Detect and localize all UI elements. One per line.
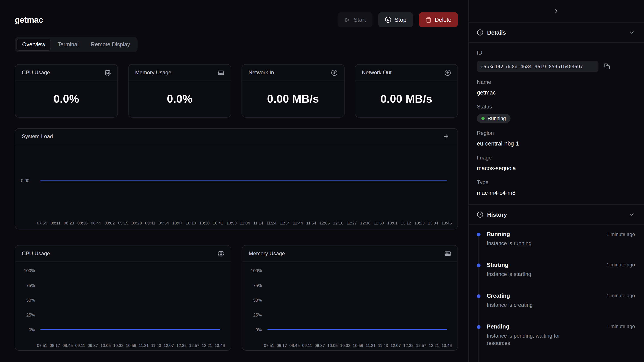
system-load-expand-button[interactable] <box>441 131 451 141</box>
region-value: eu-central-nbg-1 <box>477 140 635 148</box>
y-tick-label: 100% <box>242 267 262 274</box>
topbar: getmac Start Stop <box>15 13 458 27</box>
details-sidebar: Details ID e653d142-dc8d-4684-9619-8595f… <box>468 0 644 362</box>
x-tick-label: 07:51 <box>37 343 47 348</box>
chevron-down-icon <box>628 211 635 218</box>
history-item-description: Instance is creating <box>487 301 578 309</box>
memory-chart-x-axis: 07:5108:1708:4509:1109:3710:0510:3210:58… <box>264 343 452 348</box>
y-tick-label: 0% <box>15 326 35 333</box>
status-badge: Running <box>477 114 510 123</box>
x-tick-label: 11:43 <box>378 343 388 348</box>
tab-terminal[interactable]: Terminal <box>52 39 84 51</box>
y-tick-label: 25% <box>242 312 262 318</box>
x-tick-label: 09:37 <box>315 343 325 348</box>
x-tick-label: 12:50 <box>374 221 384 225</box>
x-tick-label: 08:49 <box>91 221 101 225</box>
x-tick-label: 13:21 <box>429 343 439 348</box>
tab-remote-display[interactable]: Remote Display <box>85 39 136 51</box>
x-tick-label: 11:21 <box>139 343 149 348</box>
x-tick-label: 11:43 <box>151 343 161 348</box>
history-item-time: 1 minute ago <box>606 231 635 237</box>
page-title: getmac <box>15 15 43 25</box>
instance-id-value[interactable]: e653d142-dc8d-4684-9619-8595fb403697 <box>477 61 598 72</box>
stat-cards-row: CPU Usage 0.0% Memory Usage 0.0% <box>15 64 458 118</box>
system-load-chart: 0.00 07:5908:1108:2308:3608:4909:0209:15… <box>15 144 458 229</box>
x-tick-label: 10:05 <box>100 343 110 348</box>
x-tick-label: 10:53 <box>226 221 237 225</box>
history-item-description: Instance is pending, waiting for resourc… <box>487 332 578 347</box>
tab-overview[interactable]: Overview <box>16 39 51 51</box>
name-value: getmac <box>477 89 635 97</box>
x-tick-label: 13:46 <box>214 343 225 348</box>
image-label: Image <box>477 154 635 161</box>
app: getmac Start Stop <box>0 0 644 362</box>
x-tick-label: 09:41 <box>145 221 155 225</box>
y-tick-label: 50% <box>15 297 35 303</box>
x-tick-label: 09:54 <box>159 221 169 225</box>
sidebar-collapse-button[interactable] <box>551 6 561 16</box>
x-tick-label: 11:04 <box>240 221 250 225</box>
history-item: Running 1 minute ago Instance is running <box>477 231 635 247</box>
x-tick-label: 13:46 <box>442 343 452 348</box>
x-tick-label: 07:51 <box>264 343 274 348</box>
x-tick-label: 12:57 <box>189 343 199 348</box>
cpu-usage-stat-card: CPU Usage 0.0% <box>15 64 118 118</box>
x-tick-label: 13:12 <box>401 221 411 225</box>
memory-usage-chart-card: Memory Usage 100%75%50%25%0% 07:5108:170… <box>242 245 458 351</box>
instance-actions: Start Stop Delete <box>338 13 458 27</box>
status-value: Running <box>488 116 506 121</box>
arrow-right-icon <box>443 133 450 140</box>
delete-button-label: Delete <box>435 17 452 23</box>
main-panel: getmac Start Stop <box>0 0 468 362</box>
status-dot-icon <box>481 117 485 120</box>
sidebar-top-bar <box>469 0 644 23</box>
x-tick-label: 09:11 <box>75 343 85 348</box>
arrow-down-circle-icon <box>331 69 338 76</box>
y-tick-label: 0% <box>242 326 262 333</box>
x-tick-label: 09:37 <box>88 343 98 348</box>
stat-card-title: Memory Usage <box>135 70 171 76</box>
chevron-down-icon <box>628 29 635 36</box>
network-out-stat-card: Network Out 0.00 MB/s <box>355 64 458 118</box>
copy-id-button[interactable] <box>604 63 610 70</box>
x-tick-label: 11:44 <box>293 221 303 225</box>
x-tick-label: 12:07 <box>390 343 401 348</box>
region-label: Region <box>477 130 635 137</box>
memory-chart-title: Memory Usage <box>249 250 285 257</box>
history-section-header[interactable]: History <box>469 205 644 225</box>
x-tick-label: 11:34 <box>280 221 290 225</box>
x-tick-label: 09:15 <box>118 221 128 225</box>
x-tick-label: 10:30 <box>199 221 210 225</box>
history-item: Creating 1 minute ago Instance is creati… <box>477 292 635 309</box>
cpu-usage-series-line <box>40 329 220 330</box>
chevron-right-icon <box>553 8 560 15</box>
network-in-stat-card: Network In 0.00 MB/s <box>242 64 344 118</box>
start-button[interactable]: Start <box>338 13 372 27</box>
history-item-description: Instance is running <box>487 240 578 247</box>
stop-button[interactable]: Stop <box>378 13 413 27</box>
details-section-title: Details <box>487 29 506 36</box>
stop-circle-icon <box>385 17 391 23</box>
x-tick-label: 12:32 <box>176 343 186 348</box>
x-tick-label: 09:02 <box>104 221 114 225</box>
x-tick-label: 13:46 <box>442 221 452 225</box>
history-item-time: 1 minute ago <box>606 262 635 268</box>
timeline-dot-icon <box>477 263 481 267</box>
status-label: Status <box>477 103 635 111</box>
stat-card-value: 0.0% <box>128 81 231 117</box>
details-section-header[interactable]: Details <box>469 23 644 43</box>
x-tick-label: 12:32 <box>403 343 414 348</box>
stat-card-value: 0.00 MB/s <box>242 81 344 117</box>
x-tick-label: 13:34 <box>428 221 438 225</box>
cpu-chart-title: CPU Usage <box>22 250 50 257</box>
stat-card-title: CPU Usage <box>22 70 50 76</box>
type-value: mac-m4-c4-m8 <box>477 189 635 197</box>
x-tick-label: 12:57 <box>416 343 426 348</box>
x-tick-label: 08:11 <box>50 221 60 225</box>
system-load-title: System Load <box>22 133 53 139</box>
delete-button[interactable]: Delete <box>419 13 458 27</box>
x-tick-label: 12:05 <box>320 221 330 225</box>
trash-icon <box>425 17 432 23</box>
details-content: ID e653d142-dc8d-4684-9619-8595fb403697 … <box>469 43 644 205</box>
history-timeline: Running 1 minute ago Instance is running… <box>469 225 644 362</box>
